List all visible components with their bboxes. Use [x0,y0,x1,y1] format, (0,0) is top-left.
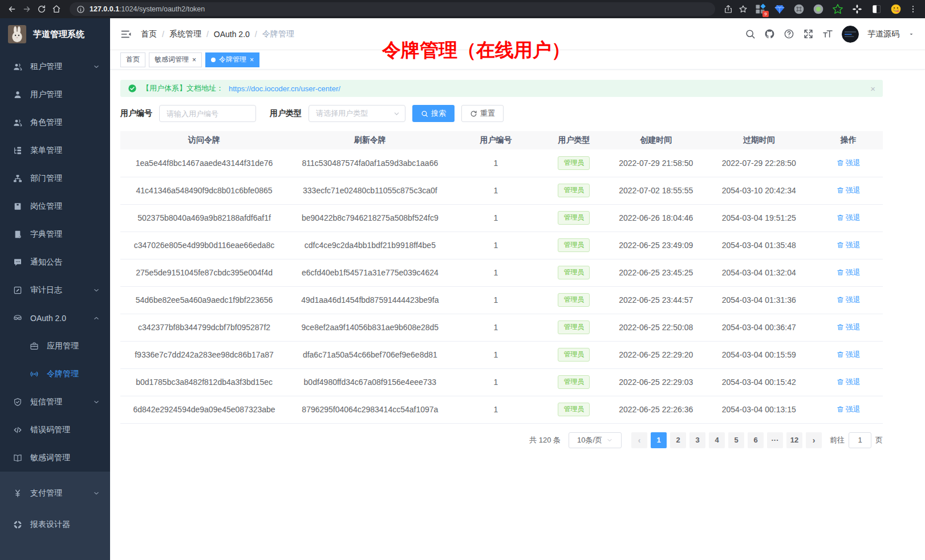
refresh-token-cell: be90422b8c7946218275a508bf524fc9 [288,204,452,232]
sidebar-item-部门管理[interactable]: 部门管理 [0,164,110,192]
sidebar-item-岗位管理[interactable]: 岗位管理 [0,192,110,220]
action-cell: 强退 [814,368,883,396]
notice-icon [13,258,22,267]
page-button-1[interactable]: 1 [651,432,667,448]
chevron-down-icon[interactable] [908,31,915,38]
home-icon[interactable] [50,3,63,15]
force-logout-label: 强退 [846,158,861,168]
search-icon[interactable] [745,29,756,39]
force-logout-button[interactable]: 强退 [837,377,861,387]
force-logout-button[interactable]: 强退 [837,240,861,250]
doc-link[interactable]: https://doc.iocoder.cn/user-center/ [229,84,340,93]
sidebar-item-label: 租户管理 [30,62,62,72]
tab-敏感词管理[interactable]: 敏感词管理× [149,52,202,67]
sidebar-item-敏感词管理[interactable]: 敏感词管理 [0,444,110,472]
errcode-icon [13,425,22,435]
page-button-12[interactable]: 12 [786,432,802,448]
close-icon[interactable]: × [870,84,875,93]
tab-label: 首页 [126,55,140,64]
user-type-cell: 管理员 [539,204,608,232]
extension-record-icon[interactable] [813,3,824,15]
prev-page-button[interactable]: ‹ [631,432,647,448]
close-icon[interactable]: × [192,56,196,63]
page-size-select[interactable]: 10条/页 [569,432,622,448]
page-button-5[interactable]: 5 [728,432,744,448]
breadcrumb-oauth[interactable]: OAuth 2.0 [214,30,250,39]
close-icon[interactable]: × [250,56,254,63]
user-id-input[interactable] [159,105,256,122]
sidebar-collapse-icon[interactable] [120,29,132,40]
extension-command-icon[interactable] [793,3,805,15]
trash-icon [837,405,844,413]
sidebar: 芋道管理系统 租户管理用户管理角色管理菜单管理部门管理岗位管理字典管理通知公告审… [0,18,110,560]
page-button-6[interactable]: 6 [748,432,764,448]
reset-button[interactable]: 重置 [461,105,504,122]
fullscreen-icon[interactable] [803,29,814,39]
force-logout-button[interactable]: 强退 [837,295,861,305]
forward-icon[interactable] [21,3,33,15]
breadcrumb-system[interactable]: 系统管理 [169,29,201,39]
chevron-down-icon [93,63,100,70]
extension-grid-icon[interactable]: 9 [754,3,766,15]
user-type-badge: 管理员 [558,238,590,252]
force-logout-button[interactable]: 强退 [837,213,861,223]
extension-star-icon[interactable] [832,3,843,15]
address-bar[interactable]: 127.0.0.1:1024/system/oauth2/token [70,2,715,16]
help-icon[interactable] [784,29,794,39]
sidebar-item-报表设计器[interactable]: 报表设计器 [0,509,110,540]
sidebar-item-短信管理[interactable]: 短信管理 [0,388,110,416]
back-icon[interactable] [6,3,18,15]
reload-icon[interactable] [35,3,48,15]
bookmark-star-icon[interactable] [737,3,749,15]
extension-emoji-icon[interactable] [890,3,902,15]
sidebar-item-用户管理[interactable]: 用户管理 [0,80,110,108]
page-button-4[interactable]: 4 [709,432,725,448]
success-check-icon [128,84,137,93]
force-logout-button[interactable]: 强退 [837,185,861,196]
user-name[interactable]: 芋道源码 [867,29,899,39]
sidebar-item-错误码管理[interactable]: 错误码管理 [0,416,110,444]
tab-首页[interactable]: 首页 [120,52,145,67]
next-page-button[interactable]: › [806,432,822,448]
font-size-icon[interactable] [822,29,833,39]
sidebar-item-角色管理[interactable]: 角色管理 [0,108,110,136]
breadcrumb-home[interactable]: 首页 [141,29,157,39]
sidebar-item-应用管理[interactable]: 应用管理 [0,332,110,360]
sidebar-item-租户管理[interactable]: 租户管理 [0,52,110,80]
sidebar-item-通知公告[interactable]: 通知公告 [0,248,110,276]
tab-令牌管理[interactable]: 令牌管理× [205,52,259,67]
site-info-icon[interactable] [76,5,85,14]
app-logo[interactable]: 芋道管理系统 [0,18,110,50]
sidebar-item-OAuth 2.0[interactable]: OAuth 2.0 [0,304,110,332]
browser-menu-icon[interactable] [907,3,919,15]
table-row: 6d842e2924594de9a09e45e087323abe8796295f… [120,396,883,423]
extension-pinwheel-icon[interactable] [851,3,863,15]
github-icon[interactable] [764,29,775,39]
force-logout-button[interactable]: 强退 [837,322,861,332]
extension-gem-icon[interactable] [774,3,785,15]
force-logout-button[interactable]: 强退 [837,158,861,168]
more-pages-button[interactable]: ··· [767,432,783,448]
expire-time-cell: 2054-03-04 19:51:25 [704,204,814,232]
force-logout-button[interactable]: 强退 [837,404,861,415]
sidebar-item-审计日志[interactable]: 审计日志 [0,276,110,304]
page-button-2[interactable]: 2 [670,432,686,448]
user-type-select[interactable]: 请选择用户类型 [309,105,405,122]
sidebar-item-支付管理[interactable]: 支付管理 [0,477,110,509]
force-logout-button[interactable]: 强退 [837,267,861,278]
user-type-cell: 管理员 [539,232,608,259]
sidebar-item-菜单管理[interactable]: 菜单管理 [0,136,110,164]
expire-time-cell: 2022-07-29 22:28:50 [704,149,814,177]
page-button-3[interactable]: 3 [689,432,705,448]
table-row: 275e5de9151045fe87cbdc395e004f4de6cfd40e… [120,259,883,286]
share-icon[interactable] [722,3,735,15]
avatar[interactable] [842,26,859,43]
sidebar-item-令牌管理[interactable]: 令牌管理 [0,360,110,388]
sidebar-item-字典管理[interactable]: 字典管理 [0,220,110,248]
menu-icon [13,146,22,155]
force-logout-button[interactable]: 强退 [837,350,861,360]
search-button[interactable]: 搜索 [412,105,455,122]
col-expire-time: 过期时间 [704,131,814,149]
extension-split-icon[interactable] [871,3,882,15]
goto-page-input[interactable] [849,432,871,448]
